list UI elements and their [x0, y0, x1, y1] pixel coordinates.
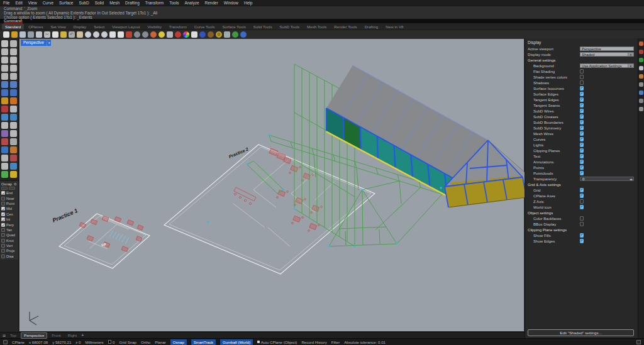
- osnap-row[interactable]: Vert: [1, 243, 17, 248]
- display-setting-row[interactable]: Tangent Edges ▾ ◂▸: [525, 97, 638, 102]
- status-bar-item[interactable]: Auto CPlane (Object): [257, 339, 297, 345]
- toolbar-tab[interactable]: Drafting: [362, 24, 382, 30]
- toolbar-icon[interactable]: [101, 31, 108, 38]
- sidebar-tool-icon[interactable]: [1, 171, 8, 178]
- sidebar-tool-icon[interactable]: [10, 138, 17, 145]
- display-setting-row[interactable]: Curves ▾ ◂▸: [525, 136, 638, 142]
- sidebar-tool-icon[interactable]: [10, 171, 17, 178]
- menu-item[interactable]: Solid: [95, 0, 104, 6]
- display-setting-row[interactable]: Show Edges ▾ ◂▸: [525, 238, 638, 244]
- viewport-title-chip[interactable]: Perspective ▾: [21, 40, 51, 46]
- status-bar-item[interactable]: Record History: [301, 339, 326, 345]
- setting-checkbox[interactable]: [580, 103, 584, 107]
- toolbar-icon[interactable]: [191, 31, 197, 38]
- setting-checkbox[interactable]: [580, 75, 584, 79]
- sidebar-tool-icon[interactable]: [10, 130, 17, 137]
- sidebar-tool-icon[interactable]: [10, 163, 17, 170]
- osnap-checkbox[interactable]: [1, 244, 5, 248]
- sidebar-tool-icon[interactable]: [1, 106, 8, 112]
- menu-item[interactable]: Render: [205, 0, 218, 6]
- panel-tab-icon[interactable]: [639, 82, 643, 87]
- viewport-tab[interactable]: Front: [49, 333, 63, 338]
- add-viewport-tab-button[interactable]: +: [81, 332, 84, 338]
- sidebar-tool-icon[interactable]: [1, 57, 8, 63]
- viewport-tab[interactable]: Right: [65, 333, 79, 338]
- sidebar-tool-icon[interactable]: [1, 163, 8, 170]
- status-bar-item[interactable]: Filter: [331, 339, 340, 345]
- setting-checkbox[interactable]: [580, 114, 584, 118]
- display-setting-row[interactable]: SubD Wires ▾ ◂▸: [525, 108, 638, 114]
- display-setting-row[interactable]: Active viewport Perspective ▾ Perspectiv…: [525, 46, 638, 52]
- sidebar-tool-icon[interactable]: [1, 65, 8, 72]
- display-setting-row[interactable]: Z Axis ▾ ◂▸: [525, 199, 638, 204]
- display-setting-row[interactable]: Pointclouds ▾ ◂▸: [525, 170, 638, 176]
- panel-tab-icon[interactable]: [639, 90, 643, 95]
- status-bar-item[interactable]: 0: [108, 339, 115, 345]
- setting-checkbox[interactable]: [580, 143, 584, 146]
- sidebar-tool-icon[interactable]: [1, 97, 8, 104]
- display-setting-row[interactable]: CPlane Axes ▾ ◂▸: [525, 193, 638, 199]
- toolbar-tab[interactable]: Standard: [2, 24, 24, 30]
- osnap-row[interactable]: Disa: [1, 254, 17, 259]
- display-setting-row[interactable]: SubD Symmetry ▾ ◂▸: [525, 125, 638, 131]
- osnap-row[interactable]: Cen: [1, 212, 17, 217]
- toolbar-tab[interactable]: Select: [91, 24, 108, 30]
- setting-checkbox[interactable]: [580, 233, 584, 237]
- toolbar-icon[interactable]: [224, 31, 230, 38]
- toolbar-icon[interactable]: [28, 31, 34, 38]
- status-bar-item[interactable]: Absolute tolerance: 0.01: [344, 339, 386, 345]
- chevron-down-icon[interactable]: ▾: [628, 53, 633, 57]
- sidebar-tool-icon[interactable]: [10, 48, 17, 55]
- toolbar-icon[interactable]: [134, 31, 140, 38]
- toolbar-icon[interactable]: ⚙: [216, 31, 222, 38]
- viewport-tab[interactable]: Top: [8, 333, 19, 338]
- toolbar-icon[interactable]: [93, 31, 99, 38]
- sidebar-tool-icon[interactable]: [10, 106, 17, 112]
- display-setting-row[interactable]: Object settings ▾ ◂▸: [525, 210, 638, 216]
- display-setting-row[interactable]: Lights ▾ ◂▸: [525, 142, 638, 148]
- toolbar-icon[interactable]: [142, 31, 148, 38]
- sidebar-tool-icon[interactable]: [10, 114, 17, 121]
- toolbar-icon[interactable]: [77, 31, 83, 38]
- chevron-down-icon[interactable]: ▾: [47, 40, 52, 46]
- setting-checkbox[interactable]: [580, 154, 584, 158]
- osnap-row[interactable]: Point: [1, 201, 17, 206]
- panel-tab-icon[interactable]: [639, 66, 643, 70]
- sidebar-tool-icon[interactable]: [10, 97, 17, 104]
- sidebar-tool-icon[interactable]: [1, 155, 8, 162]
- sidebar-tool-icon[interactable]: [10, 65, 17, 72]
- display-setting-row[interactable]: BBox Display ▾ ◂▸: [525, 221, 638, 227]
- sidebar-tool-icon[interactable]: [1, 89, 8, 96]
- sidebar-tool-icon[interactable]: [1, 130, 8, 137]
- toolbar-icon[interactable]: [208, 31, 214, 38]
- panel-tab-icon[interactable]: [639, 74, 643, 79]
- gear-icon[interactable]: ⚙: [14, 182, 17, 186]
- display-setting-row[interactable]: Clipping Planes ▾ ◂▸: [525, 148, 638, 153]
- setting-value-field[interactable]: Use Application Settings ▾: [580, 63, 634, 68]
- status-bar-item[interactable]: x 68007.08: [29, 339, 48, 345]
- sidebar-tool-icon[interactable]: [10, 57, 17, 63]
- display-setting-row[interactable]: Color Backfaces ▾ ◂▸: [525, 216, 638, 221]
- menu-item[interactable]: Window: [224, 0, 238, 6]
- toolbar-tab[interactable]: Display: [70, 24, 89, 30]
- sidebar-tool-icon[interactable]: [10, 81, 17, 88]
- toolbar-icon[interactable]: [36, 31, 42, 38]
- osnap-checkbox[interactable]: [1, 228, 5, 232]
- toolbar-icon[interactable]: [19, 31, 26, 38]
- perspective-viewport[interactable]: Perspective ▾: [19, 38, 525, 332]
- display-setting-row[interactable]: Grid ▾ ◂▸: [525, 187, 638, 193]
- osnap-checkbox[interactable]: [1, 207, 5, 211]
- tray-icon[interactable]: [636, 340, 641, 344]
- menu-item[interactable]: Analyze: [184, 0, 199, 6]
- status-bar-item[interactable]: Millimeters: [85, 339, 103, 345]
- menu-item[interactable]: Surface: [59, 0, 73, 6]
- status-bar-item[interactable]: Ortho: [141, 339, 150, 345]
- toolbar-icon[interactable]: [85, 31, 91, 38]
- chevron-down-icon[interactable]: ▾: [628, 64, 633, 68]
- toolbar-tab[interactable]: Solid Tools: [250, 24, 275, 30]
- display-setting-row[interactable]: Points ▾ ◂▸: [525, 165, 638, 170]
- setting-checkbox[interactable]: [580, 205, 584, 209]
- toolbar-tab[interactable]: Visibility: [145, 24, 165, 30]
- toolbar-tab[interactable]: Viewport Layout: [109, 24, 143, 30]
- menu-item[interactable]: Transform: [145, 0, 164, 6]
